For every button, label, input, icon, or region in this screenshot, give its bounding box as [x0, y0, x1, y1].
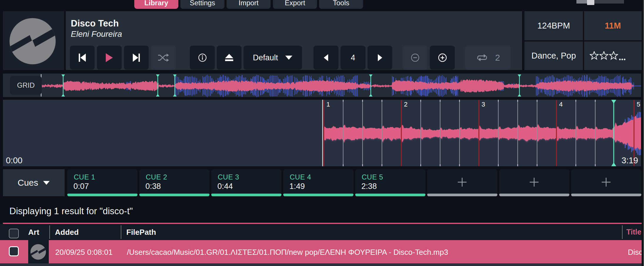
svg-text:5: 5	[637, 101, 640, 108]
svg-text:4: 4	[559, 101, 563, 108]
svg-text:2: 2	[404, 101, 407, 108]
svg-text:1: 1	[326, 101, 330, 108]
svg-text:3: 3	[482, 101, 485, 108]
